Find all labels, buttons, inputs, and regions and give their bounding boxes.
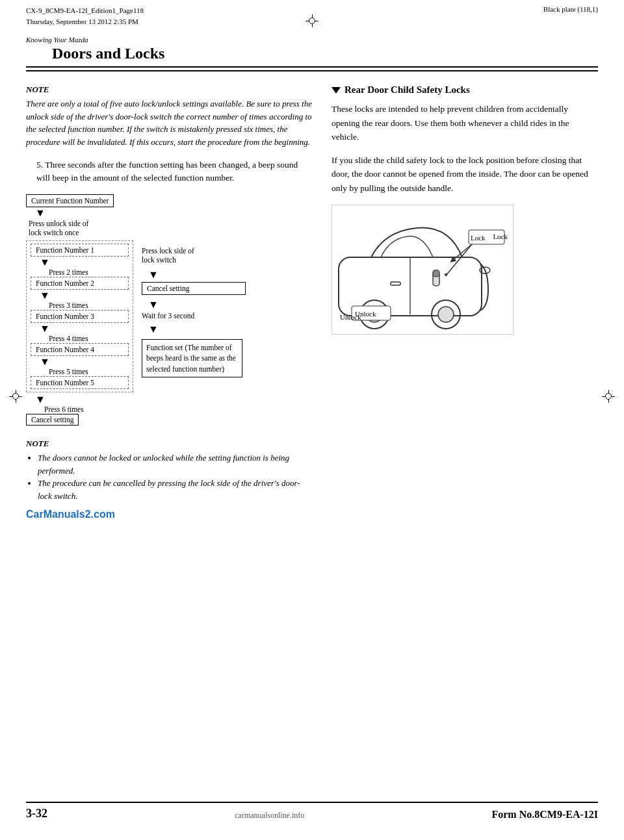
note2-bullet2: The procedure can be cancelled by pressi…	[38, 477, 312, 502]
press4-label: Press 4 times	[49, 335, 129, 342]
flow-right: Press lock side of lock switch ▼ Cancel …	[142, 194, 246, 377]
press6-label: Press 6 times	[44, 405, 84, 413]
press5-label: Press 5 times	[49, 368, 129, 375]
svg-marker-14	[444, 273, 448, 277]
flow-left: Current Function Number ▼ Press unlock s…	[26, 194, 136, 426]
header-plate: Black plate (118,1)	[543, 5, 598, 13]
current-fn-box: Current Function Number	[26, 194, 114, 207]
right-section-title: Rear Door Child Safety Locks	[332, 84, 598, 95]
header-date: Thursday, September 13 2012 2:35 PM	[26, 16, 144, 27]
svg-text:Lock: Lock	[471, 234, 486, 242]
arrow-right2: ▼	[148, 299, 246, 311]
crosshair-top	[306, 14, 318, 27]
arrow-fn2: ▼	[40, 290, 49, 301]
crosshair-left	[9, 390, 22, 403]
fn5-box: Function Number 5	[31, 376, 129, 389]
watermark: CarManuals2.com	[26, 509, 312, 520]
fn3-box: Function Number 3	[31, 310, 129, 323]
arrow-fn4: ▼	[40, 357, 49, 367]
right-title-text: Rear Door Child Safety Locks	[344, 84, 470, 95]
press2-label: Press 2 times	[49, 268, 129, 276]
step5-text: 5. Three seconds after the function sett…	[26, 159, 312, 185]
arrow-fn3: ▼	[40, 324, 49, 334]
cancel-setting-right-box: Cancel setting	[142, 282, 246, 295]
svg-point-5	[438, 307, 454, 322]
svg-rect-7	[391, 282, 400, 285]
right-para1: These locks are intended to help prevent…	[332, 102, 598, 144]
note2-title: NOTE	[26, 439, 312, 449]
lock-label: Lock	[493, 233, 508, 240]
crosshair-right	[602, 390, 615, 403]
svg-rect-13	[433, 270, 439, 277]
footer-logo-text: carmanualsonline.info	[235, 811, 304, 821]
left-column: NOTE There are only a total of five auto…	[26, 84, 312, 520]
car-image: Lock Unlock Lock	[332, 205, 514, 335]
unlock-label: Unlock	[340, 313, 361, 321]
press-lock-label: Press lock side of lock switch	[142, 246, 246, 266]
section-label: Knowing Your Mazda	[0, 29, 624, 45]
fn1-box: Function Number 1	[31, 244, 129, 257]
note1-text: There are only a total of five auto lock…	[26, 97, 312, 148]
arrow-press6: ▼	[35, 394, 44, 405]
arrow1: ▼	[35, 208, 44, 218]
dashed-fn-group: Function Number 1 ▼ Press 2 times Functi…	[26, 240, 133, 392]
arrow-fn1: ▼	[40, 257, 49, 268]
triangle-icon	[332, 87, 341, 94]
form-number: Form No.8CM9-EA-12I	[491, 809, 598, 821]
header-left: CX-9_8CM9-EA-12I_Edition1_Page118 Thursd…	[26, 5, 144, 27]
wait-label: Wait for 3 second	[142, 312, 246, 320]
cancel-box-bottom: Cancel setting	[26, 414, 79, 426]
note1-title: NOTE	[26, 84, 312, 95]
header-filename: CX-9_8CM9-EA-12I_Edition1_Page118	[26, 5, 144, 16]
press6-row: Press 6 times Cancel setting	[26, 405, 84, 426]
fn4-box: Function Number 4	[31, 343, 129, 356]
note2-bullet1: The doors cannot be locked or unlocked w…	[38, 452, 312, 477]
page-footer: 3-32 carmanualsonline.info Form No.8CM9-…	[26, 802, 598, 821]
right-column: Rear Door Child Safety Locks These locks…	[332, 84, 598, 520]
flowchart-diagram: Current Function Number ▼ Press unlock s…	[26, 194, 312, 426]
right-para2: If you slide the child safety lock to th…	[332, 153, 598, 196]
arrow-right1: ▼	[148, 269, 246, 281]
main-content: NOTE There are only a total of five auto…	[0, 71, 624, 533]
note2-list: The doors cannot be locked or unlocked w…	[38, 452, 312, 502]
note2: NOTE The doors cannot be locked or unloc…	[26, 439, 312, 502]
press-unlock-label: Press unlock side of lock switch once	[29, 219, 88, 238]
fn2-box: Function Number 2	[31, 277, 129, 290]
page-title: Doors and Locks	[26, 45, 598, 68]
function-set-box: Function set (The number of beeps heard …	[142, 339, 242, 377]
press3-label: Press 3 times	[49, 301, 129, 309]
arrow-right3: ▼	[148, 324, 246, 335]
page-number: 3-32	[26, 807, 47, 821]
